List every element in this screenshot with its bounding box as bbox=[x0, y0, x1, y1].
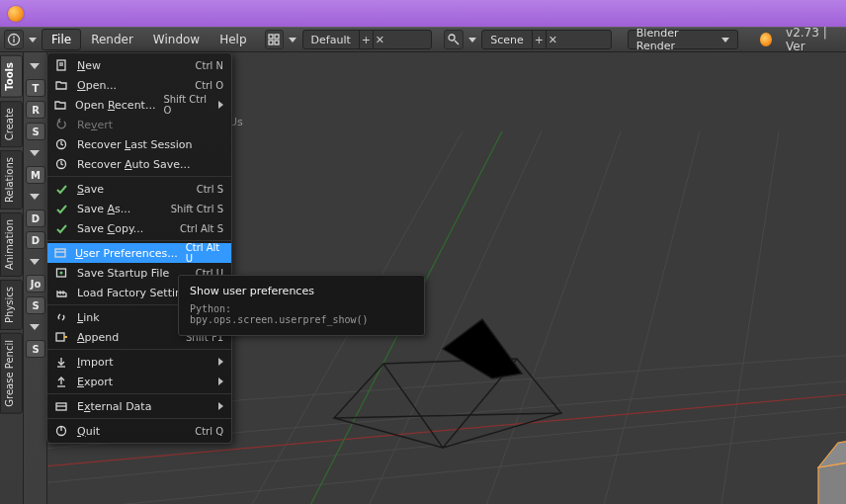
tooltip-python: Python: bpy.ops.screen.userpref_show() bbox=[190, 303, 413, 325]
menu-item-label: External Data bbox=[77, 400, 211, 413]
shelf-button[interactable]: T bbox=[26, 79, 45, 97]
file-menu-recover-last-session[interactable]: Recover Last Session bbox=[47, 134, 231, 154]
file-menu-recover-auto-save[interactable]: Recover Auto Save... bbox=[47, 154, 231, 174]
file-menu-save[interactable]: SaveCtrl S bbox=[47, 179, 231, 199]
svg-rect-3 bbox=[269, 35, 273, 39]
shelf-button[interactable]: S bbox=[26, 340, 45, 358]
submenu-arrow-icon bbox=[218, 101, 223, 109]
menu-help[interactable]: Help bbox=[210, 29, 256, 50]
import-icon bbox=[53, 354, 69, 370]
shelf-panel-toggle[interactable] bbox=[26, 57, 43, 75]
file-menu-user-preferences[interactable]: User Preferences...Ctrl Alt U bbox=[47, 243, 231, 263]
svg-point-1 bbox=[13, 37, 15, 39]
menu-item-shortcut: Shift Ctrl S bbox=[171, 204, 223, 214]
cube-object[interactable] bbox=[818, 433, 846, 504]
shelf-button[interactable]: M bbox=[26, 166, 45, 184]
export-icon bbox=[53, 374, 69, 389]
file-menu-new[interactable]: NewCtrl N bbox=[47, 55, 231, 75]
shelf-button[interactable]: R bbox=[26, 101, 45, 119]
append-icon bbox=[53, 329, 69, 345]
file-menu-revert: Revert bbox=[47, 115, 231, 134]
screen-list-chevron[interactable] bbox=[288, 38, 298, 42]
shelf-panel-toggle[interactable] bbox=[26, 253, 43, 271]
menu-render[interactable]: Render bbox=[81, 29, 143, 50]
menu-window[interactable]: Window bbox=[143, 29, 210, 50]
screen-layout-label: Default bbox=[303, 31, 359, 48]
menu-item-label: Revert bbox=[77, 119, 223, 131]
menu-item-label: Recover Last Session bbox=[77, 138, 223, 151]
menu-separator bbox=[47, 418, 231, 419]
sidebar-tab-physics[interactable]: Physics bbox=[0, 280, 23, 330]
scene-delete-button[interactable]: ✕ bbox=[546, 31, 559, 48]
link-icon bbox=[53, 309, 69, 325]
menu-item-label: Save bbox=[77, 183, 189, 196]
render-engine-dropdown[interactable]: Blender Render bbox=[628, 30, 738, 49]
sidebar-tab-tools[interactable]: Tools bbox=[0, 55, 23, 98]
menu-item-label: Import bbox=[77, 356, 211, 369]
file-menu-dropdown: NewCtrl NOpen...Ctrl OOpen Recent...Shif… bbox=[46, 52, 232, 444]
svg-point-7 bbox=[449, 35, 455, 41]
info-editor-type-button[interactable] bbox=[4, 30, 24, 49]
menu-item-label: New bbox=[77, 59, 188, 72]
tooltip: Show user preferences Python: bpy.ops.sc… bbox=[178, 275, 425, 336]
file-menu-save-as[interactable]: Save As...Shift Ctrl S bbox=[47, 199, 231, 218]
chevron-down-icon bbox=[721, 38, 729, 42]
menu-item-shortcut: Ctrl Alt U bbox=[186, 242, 223, 264]
scene-list-chevron[interactable] bbox=[467, 38, 478, 42]
svg-rect-33 bbox=[55, 249, 65, 257]
shelf-button[interactable]: S bbox=[26, 296, 45, 314]
tool-shelf: TRSMDDJoSS bbox=[24, 52, 47, 504]
info-icon bbox=[7, 33, 21, 46]
version-label: v2.73 | Ver bbox=[786, 26, 842, 53]
recover-icon bbox=[53, 156, 69, 172]
scene-dropdown[interactable]: Scene + ✕ bbox=[481, 30, 612, 49]
shelf-panel-toggle[interactable] bbox=[26, 188, 43, 206]
sidebar-tab-animation[interactable]: Animation bbox=[0, 212, 23, 277]
menu-item-label: User Preferences... bbox=[75, 247, 178, 260]
menu-separator bbox=[47, 349, 231, 350]
screen-delete-button[interactable]: ✕ bbox=[373, 31, 386, 48]
shelf-button[interactable]: D bbox=[26, 231, 45, 249]
sidebar-tab-relations[interactable]: Relations bbox=[0, 150, 23, 210]
blender-logo-icon bbox=[760, 33, 772, 46]
svg-rect-6 bbox=[275, 41, 279, 44]
submenu-arrow-icon bbox=[218, 402, 223, 410]
shelf-button[interactable]: Jo bbox=[26, 275, 45, 293]
render-engine-label: Blender Render bbox=[636, 27, 708, 52]
grid-icon bbox=[267, 33, 281, 46]
screen-add-button[interactable]: + bbox=[359, 31, 373, 48]
check-icon bbox=[53, 181, 69, 197]
file-menu-open-recent[interactable]: Open Recent...Shift Ctrl O bbox=[47, 95, 231, 115]
quit-icon bbox=[53, 423, 69, 439]
shelf-panel-toggle[interactable] bbox=[26, 144, 43, 162]
menu-item-shortcut: Ctrl Alt S bbox=[180, 223, 223, 234]
shelf-button[interactable]: S bbox=[26, 123, 45, 140]
scene-label: Scene bbox=[482, 31, 532, 48]
sidebar-tab-grease-pencil[interactable]: Grease Pencil bbox=[0, 333, 23, 414]
menu-file[interactable]: File bbox=[42, 29, 81, 50]
shelf-panel-toggle[interactable] bbox=[26, 318, 43, 336]
scene-add-button[interactable]: + bbox=[532, 31, 546, 48]
screen-browse-button[interactable] bbox=[265, 30, 285, 49]
file-menu-external-data[interactable]: External Data bbox=[47, 396, 231, 416]
file-menu-open[interactable]: Open...Ctrl O bbox=[47, 75, 231, 95]
svg-line-14 bbox=[482, 131, 621, 504]
file-menu-quit[interactable]: QuitCtrl Q bbox=[47, 421, 231, 441]
menu-item-shortcut: Shift Ctrl O bbox=[163, 94, 211, 116]
menu-item-shortcut: Ctrl O bbox=[195, 80, 223, 91]
file-menu-save-copy[interactable]: Save Copy...Ctrl Alt S bbox=[47, 218, 231, 238]
file-menu-export[interactable]: Export bbox=[47, 372, 231, 391]
sidebar-tab-create[interactable]: Create bbox=[0, 101, 23, 147]
camera-object[interactable] bbox=[334, 319, 561, 448]
doc-icon bbox=[53, 57, 69, 73]
svg-rect-5 bbox=[269, 41, 273, 44]
scene-browse-button[interactable] bbox=[444, 30, 464, 49]
screen-layout-dropdown[interactable]: Default + ✕ bbox=[302, 30, 433, 49]
file-menu-import[interactable]: Import bbox=[47, 352, 231, 372]
submenu-arrow-icon bbox=[218, 358, 223, 366]
shelf-button[interactable]: D bbox=[26, 210, 45, 227]
menu-item-label: Link bbox=[77, 311, 170, 324]
svg-rect-4 bbox=[275, 35, 279, 39]
collapse-menus-toggle[interactable] bbox=[28, 38, 39, 42]
menu-item-label: Open... bbox=[77, 79, 187, 92]
